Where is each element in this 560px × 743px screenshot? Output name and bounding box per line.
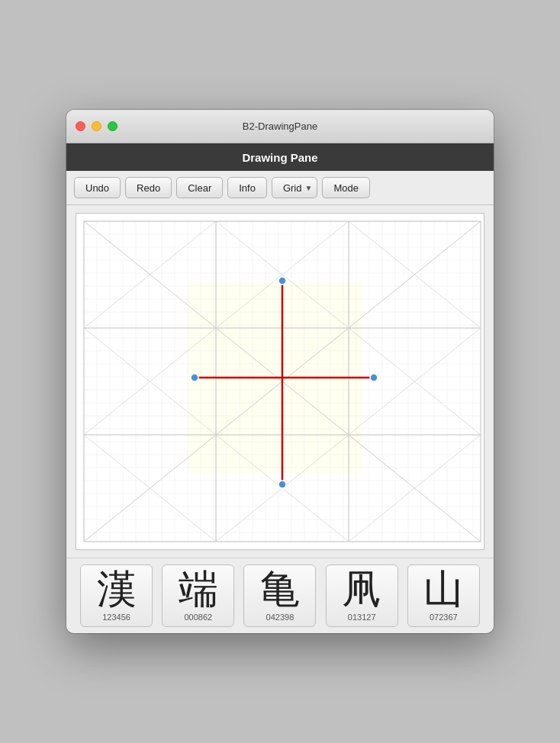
char-item-1[interactable]: 端 000862 [162, 564, 234, 627]
canvas-svg [76, 214, 484, 549]
svg-point-88 [191, 374, 198, 381]
char-item-2[interactable]: 亀 042398 [243, 564, 316, 627]
svg-point-89 [370, 374, 378, 381]
grid-label: Grid [283, 182, 302, 194]
toolbar: Undo Redo Clear Info Grid ▼ Mode [66, 171, 494, 205]
svg-point-86 [278, 277, 286, 285]
char-item-0[interactable]: 漢 123456 [80, 564, 153, 627]
mode-button[interactable]: Mode [322, 177, 370, 198]
traffic-lights [76, 121, 117, 131]
char-item-3[interactable]: 凧 013127 [326, 564, 398, 627]
grid-button[interactable]: Grid ▼ [272, 177, 317, 198]
char-glyph-0: 漢 [97, 570, 137, 610]
drawing-canvas-area[interactable] [76, 213, 484, 550]
undo-button[interactable]: Undo [74, 177, 121, 198]
main-window: B2-DrawingPane Drawing Pane Undo Redo Cl… [66, 110, 494, 633]
header-title: Drawing Pane [242, 151, 317, 164]
title-bar: B2-DrawingPane [66, 110, 494, 143]
info-button[interactable]: Info [227, 177, 267, 198]
redo-button[interactable]: Redo [125, 177, 172, 198]
clear-button[interactable]: Clear [176, 177, 223, 198]
drawing-canvas[interactable] [76, 214, 484, 549]
char-glyph-2: 亀 [260, 570, 300, 610]
header-bar: Drawing Pane [66, 143, 494, 171]
char-code-4: 072367 [430, 613, 458, 622]
char-code-3: 013127 [348, 613, 376, 622]
svg-point-87 [278, 481, 286, 488]
char-code-2: 042398 [266, 613, 294, 622]
minimize-button[interactable] [92, 121, 101, 131]
char-item-4[interactable]: 山 072367 [407, 564, 480, 627]
char-code-1: 000862 [184, 613, 212, 622]
char-glyph-4: 山 [423, 570, 463, 610]
character-bar: 漢 123456 端 000862 亀 042398 凧 013127 山 07… [66, 558, 494, 633]
char-code-0: 123456 [102, 613, 130, 622]
char-glyph-3: 凧 [342, 570, 381, 610]
close-button[interactable] [76, 121, 85, 131]
maximize-button[interactable] [108, 121, 117, 131]
window-title: B2-DrawingPane [243, 121, 317, 132]
char-glyph-1: 端 [179, 570, 218, 610]
chevron-down-icon: ▼ [304, 184, 312, 192]
